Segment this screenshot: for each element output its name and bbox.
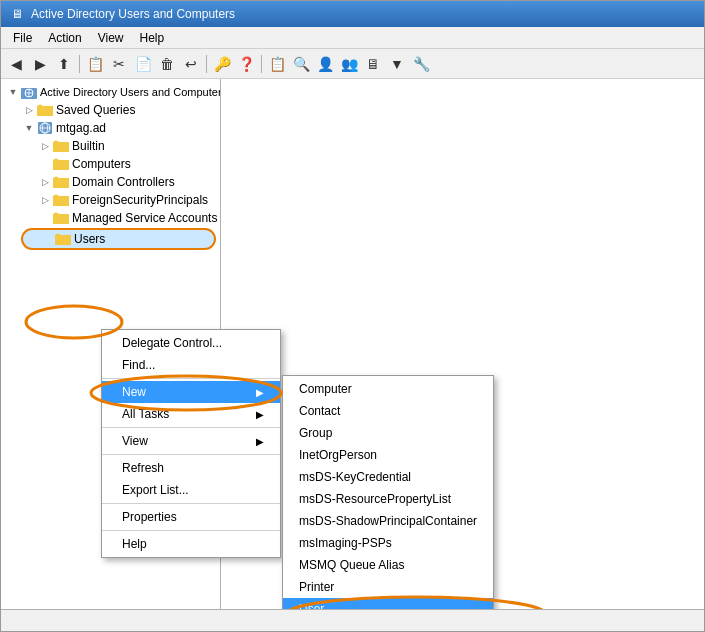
view1-button[interactable]: 📋 <box>266 53 288 75</box>
users-label: Users <box>74 232 105 246</box>
forward-button[interactable]: ▶ <box>29 53 51 75</box>
tree-fsp[interactable]: ▷ ForeignSecurityPrincipals <box>1 191 220 209</box>
delete-button[interactable]: 🗑 <box>156 53 178 75</box>
dc-label: Domain Controllers <box>72 175 175 189</box>
view2-button[interactable]: 🔍 <box>290 53 312 75</box>
tree-computers[interactable]: ▷ Computers <box>1 155 220 173</box>
settings-button[interactable]: 🔧 <box>410 53 432 75</box>
sub-contact[interactable]: Contact <box>283 400 493 422</box>
title-bar-icon: 🖥 <box>9 6 25 22</box>
ctx-find[interactable]: Find... <box>102 354 280 376</box>
back-button[interactable]: ◀ <box>5 53 27 75</box>
tree-builtin[interactable]: ▷ Builtin <box>1 137 220 155</box>
title-bar: 🖥 Active Directory Users and Computers <box>1 1 704 27</box>
tree-users[interactable]: ▷ Users <box>21 228 216 250</box>
dc-icon <box>53 174 69 190</box>
sub-msmq[interactable]: MSMQ Queue Alias <box>283 554 493 576</box>
ctx-alltasks[interactable]: All Tasks ▶ <box>102 403 280 425</box>
tree-dc[interactable]: ▷ Domain Controllers <box>1 173 220 191</box>
fsp-icon <box>53 192 69 208</box>
domain-expand: ▼ <box>21 120 37 136</box>
ctx-sep5 <box>102 530 280 531</box>
builtin-icon <box>53 138 69 154</box>
up-button[interactable]: ⬆ <box>53 53 75 75</box>
menu-help[interactable]: Help <box>132 29 173 47</box>
msa-expand: ▷ <box>37 210 53 226</box>
toolbar: ◀ ▶ ⬆ 📋 ✂ 📄 🗑 ↩ 🔑 ❓ 📋 🔍 👤 👥 🖥 ▼ 🔧 <box>1 49 704 79</box>
tree-saved-queries[interactable]: ▷ Saved Queries <box>1 101 220 119</box>
sub-msdskc[interactable]: msDS-KeyCredential <box>283 466 493 488</box>
computer2-button[interactable]: 🖥 <box>362 53 384 75</box>
sq-icon <box>37 102 53 118</box>
tree-domain[interactable]: ▼ mtgag.ad <box>1 119 220 137</box>
ctx-sep1 <box>102 378 280 379</box>
ctx-export[interactable]: Export List... <box>102 479 280 501</box>
root-expand-icon: ▼ <box>5 84 21 100</box>
tree-root[interactable]: ▼ Active Directory Users and Computers [… <box>1 83 220 101</box>
ctx-sep3 <box>102 454 280 455</box>
sub-msimaging[interactable]: msImaging-PSPs <box>283 532 493 554</box>
root-folder-icon <box>21 84 37 100</box>
ctx-help[interactable]: Help <box>102 533 280 555</box>
user-button[interactable]: 👤 <box>314 53 336 75</box>
cut-button[interactable]: ✂ <box>108 53 130 75</box>
sub-group[interactable]: Group <box>283 422 493 444</box>
builtin-label: Builtin <box>72 139 105 153</box>
root-label: Active Directory Users and Computers [ad… <box>40 86 221 98</box>
menu-action[interactable]: Action <box>40 29 89 47</box>
sub-computer[interactable]: Computer <box>283 378 493 400</box>
sub-user[interactable]: User <box>283 598 493 609</box>
ctx-delegate[interactable]: Delegate Control... <box>102 332 280 354</box>
toolbar-sep1 <box>79 55 80 73</box>
menu-file[interactable]: File <box>5 29 40 47</box>
properties-button[interactable]: 🔑 <box>211 53 233 75</box>
users-expand: ▷ <box>39 231 55 247</box>
comp-expand: ▷ <box>37 156 53 172</box>
computers-label: Computers <box>72 157 131 171</box>
domain-icon <box>37 120 53 136</box>
ctx-new[interactable]: New ▶ <box>102 381 280 403</box>
toolbar-sep3 <box>261 55 262 73</box>
group-button[interactable]: 👥 <box>338 53 360 75</box>
ctx-sep2 <box>102 427 280 428</box>
sub-printer[interactable]: Printer <box>283 576 493 598</box>
ctx-alltasks-arrow: ▶ <box>256 409 264 420</box>
sq-label: Saved Queries <box>56 103 135 117</box>
copy-button[interactable]: 📋 <box>84 53 106 75</box>
paste-button[interactable]: 📄 <box>132 53 154 75</box>
fsp-expand: ▷ <box>37 192 53 208</box>
msa-icon <box>53 210 69 226</box>
filter-button[interactable]: ▼ <box>386 53 408 75</box>
dc-expand: ▷ <box>37 174 53 190</box>
sub-msdsrpl[interactable]: msDS-ResourcePropertyList <box>283 488 493 510</box>
fsp-label: ForeignSecurityPrincipals <box>72 193 208 207</box>
comp-icon <box>53 156 69 172</box>
ctx-view-arrow: ▶ <box>256 436 264 447</box>
ctx-refresh[interactable]: Refresh <box>102 457 280 479</box>
sub-inetorgperson[interactable]: InetOrgPerson <box>283 444 493 466</box>
ctx-view[interactable]: View ▶ <box>102 430 280 452</box>
ctx-sep4 <box>102 503 280 504</box>
sub-menu-new: Computer Contact Group InetOrgPerson msD… <box>282 375 494 609</box>
sub-msdsspc[interactable]: msDS-ShadowPrincipalContainer <box>283 510 493 532</box>
main-area: ▼ Active Directory Users and Computers [… <box>1 79 704 609</box>
title-bar-text: Active Directory Users and Computers <box>31 7 235 21</box>
help-button[interactable]: ❓ <box>235 53 257 75</box>
ctx-properties[interactable]: Properties <box>102 506 280 528</box>
tree-msa[interactable]: ▷ Managed Service Accounts <box>1 209 220 227</box>
main-window: 🖥 Active Directory Users and Computers F… <box>0 0 705 632</box>
menu-view[interactable]: View <box>90 29 132 47</box>
domain-label: mtgag.ad <box>56 121 106 135</box>
toolbar-sep2 <box>206 55 207 73</box>
builtin-expand: ▷ <box>37 138 53 154</box>
menu-bar: File Action View Help <box>1 27 704 49</box>
users-icon <box>55 231 71 247</box>
ctx-new-arrow: ▶ <box>256 387 264 398</box>
context-menu: Delegate Control... Find... New ▶ All Ta… <box>101 329 281 558</box>
sq-expand: ▷ <box>21 102 37 118</box>
msa-label: Managed Service Accounts <box>72 211 217 225</box>
undo-button[interactable]: ↩ <box>180 53 202 75</box>
status-bar <box>1 609 704 631</box>
